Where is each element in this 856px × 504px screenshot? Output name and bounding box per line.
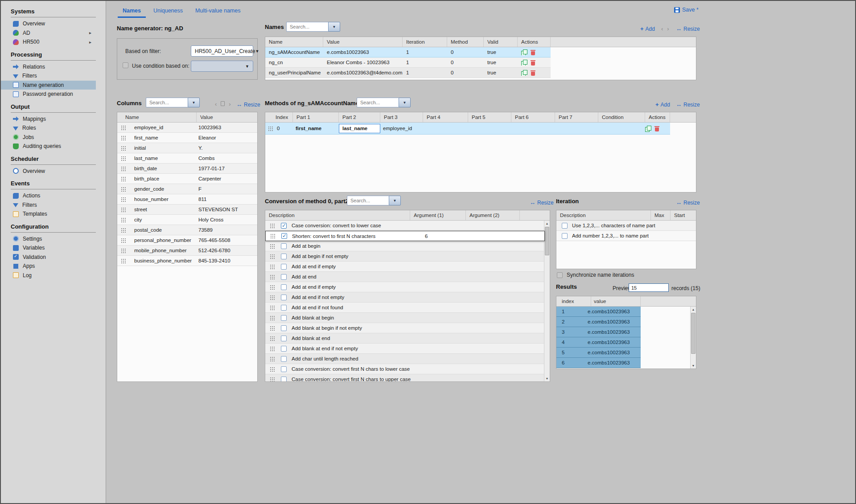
conversion-checkbox[interactable] bbox=[281, 377, 287, 382]
column-header[interactable]: Start bbox=[671, 210, 696, 220]
names-add-button[interactable]: + Add bbox=[640, 25, 655, 32]
sidebar-item-relations[interactable]: Relations bbox=[1, 62, 96, 72]
chevron-left-icon[interactable]: ‹ bbox=[661, 25, 663, 32]
methods-resize-button[interactable]: ↔ Resize bbox=[676, 101, 700, 108]
sidebar-item-log[interactable]: Log bbox=[1, 271, 96, 280]
drag-handle-icon[interactable] bbox=[270, 295, 275, 300]
drag-handle-icon[interactable] bbox=[270, 336, 275, 341]
drag-handle-icon[interactable] bbox=[270, 305, 275, 310]
part2-edit-field[interactable]: last_name bbox=[339, 124, 380, 133]
delete-icon[interactable] bbox=[531, 60, 535, 66]
names-resize-button[interactable]: ↔ Resize bbox=[676, 25, 700, 32]
conversion-search-dropdown-button[interactable]: ▼ bbox=[389, 196, 401, 205]
methods-search-dropdown-button[interactable]: ▼ bbox=[399, 98, 411, 107]
methods-add-button[interactable]: + Add bbox=[655, 101, 670, 108]
iteration-resize-button[interactable]: ↔ Resize bbox=[676, 199, 700, 206]
condition-select[interactable]: ▼ bbox=[191, 61, 253, 72]
iteration-row[interactable]: Add number 1,2,3,... to name part bbox=[556, 231, 696, 241]
drag-handle-icon[interactable] bbox=[270, 316, 275, 320]
result-row[interactable]: 5e.combs10023963 bbox=[556, 348, 641, 358]
column-header[interactable]: Part 5 bbox=[468, 112, 511, 122]
conversion-checkbox[interactable] bbox=[281, 315, 287, 321]
conversion-checkbox[interactable] bbox=[281, 356, 287, 362]
conversion-row[interactable]: Add blank at begin if not empty bbox=[265, 323, 545, 333]
preview-count-input[interactable] bbox=[629, 283, 669, 292]
column-header[interactable]: Part 1 bbox=[293, 112, 339, 122]
scrollbar-thumb[interactable] bbox=[691, 313, 696, 354]
chevron-right-icon[interactable]: › bbox=[667, 25, 669, 32]
conversion-row[interactable]: Add at end if empty bbox=[265, 282, 545, 292]
save-button[interactable]: Save * bbox=[674, 7, 699, 13]
column-header[interactable]: Actions bbox=[518, 37, 551, 47]
table-row[interactable]: postal_code73589 bbox=[117, 225, 257, 235]
result-row[interactable]: 2e.combs10023963 bbox=[556, 317, 641, 327]
copy-icon[interactable] bbox=[521, 70, 527, 76]
methods-search-input[interactable] bbox=[357, 98, 399, 107]
copy-icon[interactable] bbox=[645, 126, 651, 131]
column-header[interactable]: Part 2 bbox=[339, 112, 380, 122]
drag-handle-icon[interactable] bbox=[270, 254, 275, 259]
column-header[interactable]: Description bbox=[556, 210, 651, 220]
result-row[interactable]: 6e.combs10023963 bbox=[556, 358, 641, 368]
table-row[interactable]: gender_codeF bbox=[117, 184, 257, 194]
column-header[interactable]: Index bbox=[265, 112, 293, 122]
drag-handle-icon[interactable] bbox=[270, 264, 275, 269]
sidebar-item-scheduler-overview[interactable]: Overview bbox=[1, 167, 96, 176]
drag-handle-icon[interactable] bbox=[270, 367, 275, 372]
drag-handle-icon[interactable] bbox=[270, 275, 275, 279]
table-row[interactable]: ng_sAMAccountName e.combs10023963 1 0 tr… bbox=[265, 47, 551, 57]
column-header[interactable]: value bbox=[591, 296, 641, 306]
drag-handle-icon[interactable] bbox=[270, 346, 275, 351]
drag-handle-icon[interactable] bbox=[270, 326, 275, 331]
column-header[interactable]: Value bbox=[323, 37, 403, 47]
sidebar-item-password-generation[interactable]: Password generation bbox=[1, 90, 96, 99]
sidebar-item-name-generation[interactable]: Name generation bbox=[1, 81, 96, 90]
column-header[interactable]: Actions bbox=[645, 112, 670, 122]
conversion-row[interactable]: Add char until length reached bbox=[265, 354, 545, 364]
conversion-checkbox[interactable] bbox=[281, 346, 287, 352]
result-row[interactable]: 3e.combs10023963 bbox=[556, 327, 641, 337]
conversion-row[interactable]: Add at end if not empty bbox=[265, 292, 545, 303]
synchronize-iterations-checkbox[interactable] bbox=[557, 272, 563, 278]
table-row[interactable]: cityHoly Cross bbox=[117, 215, 257, 225]
table-row[interactable]: house_number811 bbox=[117, 194, 257, 205]
iteration-checkbox[interactable] bbox=[562, 223, 568, 229]
iteration-checkbox[interactable] bbox=[562, 233, 568, 239]
sidebar-item-hr500[interactable]: HR500 ▸ bbox=[1, 37, 96, 47]
chevron-right-icon[interactable]: ▸ bbox=[89, 40, 91, 45]
sidebar-item-event-filters[interactable]: Filters bbox=[1, 201, 96, 210]
columns-resize-button[interactable]: ↔ Resize bbox=[236, 101, 260, 108]
table-row[interactable]: birth_date1977-01-17 bbox=[117, 164, 257, 174]
scroll-up-icon[interactable]: ▲ bbox=[544, 221, 550, 226]
drag-handle-icon[interactable] bbox=[121, 146, 126, 151]
conversion-row[interactable]: Case conversion: convert to lower case bbox=[265, 221, 545, 231]
sidebar-item-mappings[interactable]: Mappings bbox=[1, 115, 96, 124]
table-row[interactable]: employee_id10023963 bbox=[117, 123, 257, 133]
sidebar-item-auditing-queries[interactable]: Auditing queries bbox=[1, 142, 96, 151]
conversion-checkbox[interactable] bbox=[281, 243, 287, 249]
conversion-row[interactable]: Add blank at end bbox=[265, 333, 545, 344]
drag-handle-icon[interactable] bbox=[121, 197, 126, 202]
delete-icon[interactable] bbox=[531, 70, 535, 76]
conversion-row[interactable]: Add at end if not found bbox=[265, 303, 545, 313]
sidebar-item-filters[interactable]: Filters bbox=[1, 71, 96, 81]
sidebar-item-settings[interactable]: Settings bbox=[1, 234, 96, 244]
conversion-checkbox[interactable] bbox=[281, 366, 287, 372]
drag-handle-icon[interactable] bbox=[270, 377, 275, 382]
columns-search-dropdown-button[interactable]: ▼ bbox=[188, 98, 200, 107]
scroll-down-icon[interactable]: ▼ bbox=[544, 376, 550, 381]
table-row[interactable]: ng_userPrincipalName e.combs10023963@t4d… bbox=[265, 68, 551, 78]
drag-handle-icon[interactable] bbox=[121, 125, 126, 130]
table-row[interactable]: mobile_phone_number512-426-6780 bbox=[117, 246, 257, 256]
column-header[interactable]: Part 3 bbox=[380, 112, 423, 122]
conversion-checkbox[interactable] bbox=[281, 284, 287, 290]
column-header[interactable]: Iteration bbox=[403, 37, 447, 47]
column-header[interactable]: Part 7 bbox=[555, 112, 598, 122]
drag-handle-icon[interactable] bbox=[121, 258, 126, 263]
conversion-row[interactable]: Add blank at begin bbox=[265, 313, 545, 323]
columns-search-input[interactable] bbox=[146, 98, 188, 107]
iteration-row[interactable]: Use 1,2,3,... characters of name part bbox=[556, 221, 696, 231]
conversion-checkbox[interactable] bbox=[281, 233, 287, 239]
column-header[interactable]: Method bbox=[447, 37, 484, 47]
copy-icon[interactable] bbox=[521, 49, 527, 55]
